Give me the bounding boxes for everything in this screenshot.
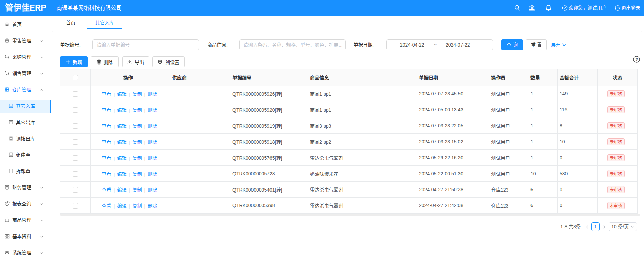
- svg-text:?: ?: [635, 57, 638, 62]
